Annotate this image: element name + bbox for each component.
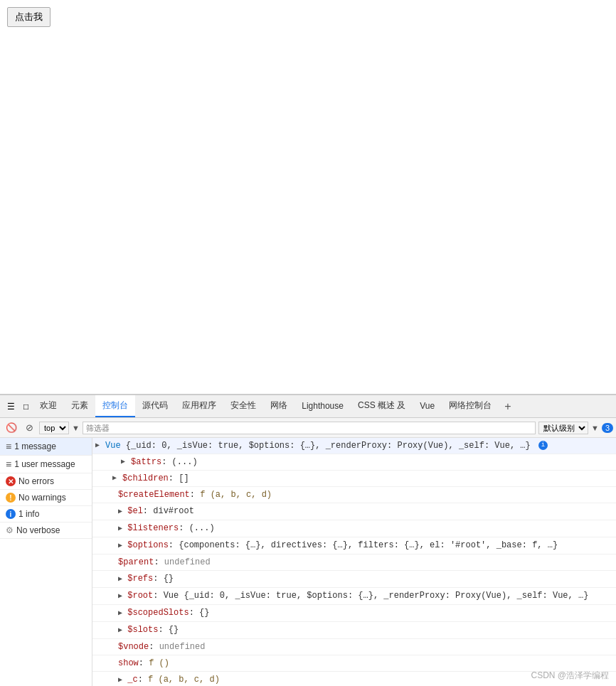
console-line-root: ▶ $root: Vue {_uid: 0, _isVue: true, $op… bbox=[118, 589, 613, 603]
devtools-icon-2[interactable]: □ bbox=[19, 399, 33, 414]
tab-add-button[interactable]: + bbox=[499, 397, 516, 416]
sidebar-item-warnings[interactable]: ! No warnings bbox=[0, 490, 92, 506]
sidebar-label-warnings: No warnings bbox=[18, 493, 66, 503]
expand-arrow-0[interactable]: ▶ bbox=[95, 439, 105, 449]
sidebar-item-info[interactable]: i 1 info bbox=[0, 506, 92, 522]
console-row-parent: $parent: undefined bbox=[92, 554, 616, 571]
console-line-children: $children: [] bbox=[122, 472, 613, 485]
console-line-options: ▶ $options: {components: {…}, directives… bbox=[118, 539, 613, 552]
info-badge-0: i bbox=[538, 441, 548, 450]
tab-network[interactable]: 网络 bbox=[263, 395, 294, 417]
context-select[interactable]: top bbox=[39, 422, 69, 434]
console-line-createelement: $createElement: f (a, b, c, d) bbox=[118, 488, 613, 501]
sidebar-item-errors[interactable]: ✕ No errors bbox=[0, 473, 92, 490]
verbose-icon: ⚙ bbox=[6, 525, 14, 535]
filter-toggle-button[interactable]: ⊘ bbox=[23, 421, 36, 434]
console-row-createelement: $createElement: f (a, b, c, d) bbox=[92, 487, 616, 503]
expand-arrow-c[interactable]: ▶ bbox=[118, 675, 122, 684]
console-row-el: ▶ $el: div#root bbox=[92, 503, 616, 520]
watermark: CSDN @浩泽学编程 bbox=[531, 670, 609, 682]
console-row-root: ▶ $root: Vue {_uid: 0, _isVue: true, $op… bbox=[92, 588, 616, 605]
warning-icon: ! bbox=[6, 493, 16, 503]
devtools-icon-1[interactable]: ☰ bbox=[3, 399, 19, 414]
expand-arrow-attrs[interactable]: ▶ bbox=[121, 456, 131, 466]
console-line-slots: ▶ $slots: {} bbox=[118, 623, 613, 637]
console-row-vnode: $vnode: undefined bbox=[92, 639, 616, 655]
clear-console-button[interactable]: 🚫 bbox=[3, 421, 20, 434]
console-row-refs: ▶ $refs: {} bbox=[92, 571, 616, 588]
page-area: 点击我 bbox=[0, 0, 616, 395]
expand-arrow-refs[interactable]: ▶ bbox=[118, 574, 122, 583]
message-badge: 3 bbox=[602, 423, 613, 433]
sidebar-item-verbose[interactable]: ⚙ No verbose bbox=[0, 522, 92, 539]
tab-welcome[interactable]: 欢迎 bbox=[33, 395, 64, 417]
console-line-attrs: $attrs: (...) bbox=[131, 456, 613, 468]
error-icon: ✕ bbox=[6, 476, 16, 486]
tab-elements[interactable]: 元素 bbox=[64, 395, 95, 417]
devtools-tabbar: ☰ □ 欢迎 元素 控制台 源代码 应用程序 安全性 网络 Lighthouse… bbox=[0, 395, 616, 418]
sidebar-label-info: 1 info bbox=[18, 509, 39, 519]
click-button[interactable]: 点击我 bbox=[7, 7, 51, 27]
console-row-slots: ▶ $slots: {} bbox=[92, 622, 616, 639]
expand-arrow-root[interactable]: ▶ bbox=[118, 591, 122, 600]
console-row-children: ▶ $children: [] bbox=[92, 471, 616, 487]
console-output[interactable]: ▶ Vue {_uid: 0, _isVue: true, $options: … bbox=[92, 438, 616, 686]
console-row-options: ▶ $options: {components: {…}, directives… bbox=[92, 537, 616, 554]
sidebar-label-messages: 1 message bbox=[14, 441, 56, 451]
tab-security[interactable]: 安全性 bbox=[223, 395, 263, 417]
sidebar-label-verbose: No verbose bbox=[16, 525, 60, 535]
console-line-refs: ▶ $refs: {} bbox=[118, 572, 613, 586]
expand-arrow-slots[interactable]: ▶ bbox=[118, 625, 122, 634]
expand-arrow-el[interactable]: ▶ bbox=[118, 506, 122, 515]
expand-arrow-scopedslots[interactable]: ▶ bbox=[118, 608, 122, 617]
expand-arrow-listeners[interactable]: ▶ bbox=[118, 523, 122, 532]
console-row-scopedslots: ▶ $scopedSlots: {} bbox=[92, 605, 616, 622]
console-line-0: Vue {_uid: 0, _isVue: true, $options: {…… bbox=[105, 439, 613, 452]
tab-lighthouse[interactable]: Lighthouse bbox=[294, 395, 351, 417]
filter-input[interactable] bbox=[83, 422, 536, 434]
tab-css[interactable]: CSS 概述 及 bbox=[351, 395, 413, 417]
console-line-scopedslots: ▶ $scopedSlots: {} bbox=[118, 606, 613, 620]
info-icon: i bbox=[6, 509, 16, 519]
console-row-listeners: ▶ $listeners: (...) bbox=[92, 520, 616, 537]
console-sidebar: ≡ 1 message ≡ 1 user message ✕ No errors… bbox=[0, 438, 92, 686]
sidebar-item-all-messages[interactable]: ≡ 1 message bbox=[0, 438, 92, 456]
expand-arrow-children[interactable]: ▶ bbox=[112, 472, 122, 482]
console-body: ≡ 1 message ≡ 1 user message ✕ No errors… bbox=[0, 438, 616, 686]
console-line-vnode: $vnode: undefined bbox=[118, 641, 613, 653]
sidebar-label-errors: No errors bbox=[18, 476, 54, 486]
console-line-el: ▶ $el: div#root bbox=[118, 505, 613, 518]
tab-network-console[interactable]: 网络控制台 bbox=[442, 395, 499, 417]
list-icon: ≡ bbox=[6, 441, 11, 452]
user-msg-icon: ≡ bbox=[6, 459, 11, 470]
tab-application[interactable]: 应用程序 bbox=[175, 395, 223, 417]
level-select[interactable]: 默认级别 bbox=[538, 422, 588, 434]
context-arrow: ▼ bbox=[72, 424, 80, 432]
tab-console[interactable]: 控制台 bbox=[95, 395, 135, 417]
sidebar-item-user-messages[interactable]: ≡ 1 user message bbox=[0, 456, 92, 473]
expand-arrow-options[interactable]: ▶ bbox=[118, 540, 122, 550]
console-line-show: show: f () bbox=[118, 657, 613, 670]
devtools-panel: ☰ □ 欢迎 元素 控制台 源代码 应用程序 安全性 网络 Lighthouse… bbox=[0, 395, 616, 686]
console-toolbar: 🚫 ⊘ top ▼ 默认级别 ▼ 3 bbox=[0, 418, 616, 438]
console-row-attrs: ▶ $attrs: (...) bbox=[92, 454, 616, 471]
console-line-listeners: ▶ $listeners: (...) bbox=[118, 522, 613, 535]
sidebar-label-user-messages: 1 user message bbox=[14, 459, 75, 469]
tab-sources[interactable]: 源代码 bbox=[135, 395, 175, 417]
console-line-parent: $parent: undefined bbox=[118, 556, 613, 569]
console-row-0: ▶ Vue {_uid: 0, _isVue: true, $options: … bbox=[92, 438, 616, 454]
level-arrow: ▼ bbox=[591, 424, 599, 432]
tab-vue[interactable]: Vue bbox=[413, 395, 442, 417]
